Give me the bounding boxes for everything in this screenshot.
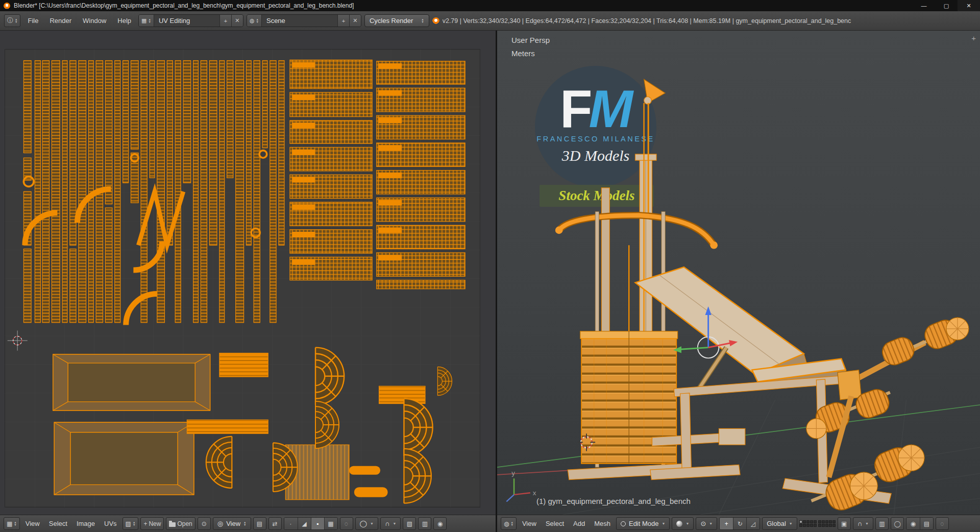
plus-icon: + — [143, 520, 147, 527]
manipulator-rotate-button[interactable]: ↻ — [733, 518, 746, 529]
uv-menu-image[interactable]: Image — [73, 518, 99, 529]
minimize-button[interactable]: — — [913, 0, 935, 11]
opengl-render-anim-button[interactable]: ▤ — [920, 518, 933, 529]
pixel-snap-button[interactable]: ▤ — [253, 517, 266, 530]
uv-menu-uvs[interactable]: UVs — [101, 518, 120, 529]
render-still-icon: ◉ — [911, 520, 916, 527]
gym-equipment-model-graphic: y x — [497, 31, 980, 515]
editor-type-uv-button[interactable]: ▦ ▲▼ — [4, 517, 20, 530]
layers-grid-1[interactable] — [799, 520, 817, 527]
image-new-button[interactable]: + New — [140, 517, 164, 530]
snap-element-button[interactable]: ▥ — [875, 517, 889, 530]
viewport-3d-canvas[interactable]: FM FRANCESCO MILANESE 3D Models Stock Mo… — [497, 31, 980, 515]
screen-layout-selector: ▦ ▲▼ UV Editing + ✕ — [138, 14, 243, 27]
menu-file[interactable]: File — [23, 15, 42, 26]
manipulator-scale-button[interactable]: ◿ — [746, 518, 760, 529]
close-icon: ✕ — [235, 17, 239, 24]
menu-render[interactable]: Render — [45, 15, 76, 26]
menu-help[interactable]: Help — [113, 15, 135, 26]
uv-select-edge-button[interactable]: ◢ — [298, 518, 311, 529]
render-icon: ◉ — [437, 520, 443, 527]
editor-type-info-button[interactable]: ⓘ ▲▼ — [4, 14, 20, 27]
uv-menu-view[interactable]: View — [22, 518, 43, 529]
sticky-selection-button[interactable]: ◌ — [340, 517, 353, 530]
scene-browse-button[interactable]: ◍ ▲▼ — [247, 15, 262, 27]
dropdown-arrows-icon: ▲▼ — [243, 521, 246, 526]
scene-delete-button[interactable]: ✕ — [349, 15, 361, 27]
sync-selection-button[interactable]: ⇄ — [268, 517, 282, 530]
uv-editor-canvas[interactable] — [0, 31, 496, 515]
magnet-icon: ∩ — [857, 520, 862, 527]
weight-stack — [568, 331, 688, 480]
close-button[interactable]: ✕ — [958, 0, 980, 11]
transform-orientation-dropdown[interactable]: Global ▼ — [762, 517, 797, 530]
lock-to-scene-button[interactable]: ▣ — [838, 517, 851, 530]
scale-icon: ◿ — [751, 520, 755, 527]
layers-widget[interactable] — [799, 520, 836, 527]
image-browse-button[interactable]: ▨ ▲▼ — [122, 517, 139, 530]
proportional-icon: ◯ — [360, 520, 368, 527]
proportional-edit-dropdown[interactable]: ◯ ▼ — [355, 517, 379, 530]
display-channel-dropdown[interactable]: ◎ View ▲▼ — [213, 517, 251, 530]
scene-name-field[interactable]: Scene — [262, 15, 337, 27]
info-icon: ⓘ — [7, 16, 13, 25]
sticky-icon: ◌ — [345, 520, 348, 527]
manipulator-group: + ↻ ◿ — [719, 517, 760, 530]
svg-text:x: x — [533, 489, 536, 497]
uv-menu-select[interactable]: Select — [45, 518, 71, 529]
viewport-shading-dropdown[interactable]: ▼ — [672, 517, 694, 530]
uv-editor: ▦ ▲▼ View Select Image UVs ▨ ▲▼ + New Op… — [0, 31, 496, 532]
uv-block-islands-col2 — [377, 61, 465, 289]
image-open-button[interactable]: Open — [166, 517, 195, 530]
image-pin-button[interactable]: ⊙ — [198, 517, 211, 530]
v3d-menu-select[interactable]: Select — [542, 518, 568, 529]
uv-snap-dropdown[interactable]: ∩ ▼ — [380, 517, 401, 530]
scene-add-button[interactable]: + — [337, 15, 349, 27]
lat-pulldown-bar — [555, 215, 718, 249]
uv-stretch-display-button[interactable]: ▧ — [403, 517, 416, 530]
magnet-icon: ∩ — [385, 520, 389, 527]
region-expand-icon[interactable]: + — [971, 34, 976, 42]
uv-block-islands-col1 — [290, 60, 372, 280]
uv-other-object-button[interactable]: ▥ — [418, 517, 431, 530]
layers-grid-2[interactable] — [818, 520, 836, 527]
screen-layout-add-button[interactable]: + — [219, 15, 231, 27]
island-icon: ▦ — [328, 520, 333, 527]
editor-type-3d-button[interactable]: ◍ ▲▼ — [501, 517, 517, 530]
pixel-grid-icon: ▤ — [257, 520, 262, 527]
occlude-geometry-button[interactable]: ◌ — [936, 517, 949, 530]
interaction-mode-dropdown[interactable]: Edit Mode ▼ — [616, 517, 670, 530]
uv-select-mode-group: ∙ ◢ ▪ ▦ — [284, 517, 338, 530]
snap-dropdown[interactable]: ∩ ▼ — [853, 517, 873, 530]
v3d-menu-view[interactable]: View — [519, 518, 540, 529]
opengl-render-still-button[interactable]: ◉ — [906, 518, 920, 529]
pivot-center-dropdown[interactable]: ⊙ ▼ — [696, 517, 717, 530]
blender-version-icon — [432, 17, 439, 25]
lock-icon: ▣ — [841, 520, 847, 527]
translate-icon: + — [725, 520, 728, 527]
render-engine-selector[interactable]: Cycles Render ▲▼ — [364, 14, 429, 27]
image-icon: ▨ — [126, 520, 131, 527]
uv-islands-graphic — [0, 31, 496, 515]
screen-layout-field[interactable]: UV Editing — [154, 15, 219, 27]
blender-window: Blender* [C:\Users\franc\Desktop\gym_equ… — [0, 0, 980, 532]
maximize-button[interactable]: ▢ — [935, 0, 958, 11]
v3d-menu-mesh[interactable]: Mesh — [591, 518, 614, 529]
proportional-edit-button[interactable]: ◯ — [891, 517, 904, 530]
screen-layout-delete-button[interactable]: ✕ — [231, 15, 243, 27]
v3d-menu-add[interactable]: Add — [570, 518, 589, 529]
editor-switch-arrows-icon: ▲▼ — [510, 521, 513, 526]
manipulator-translate-button[interactable]: + — [720, 518, 733, 529]
menu-window[interactable]: Window — [79, 15, 110, 26]
uv-frame-island-1 — [53, 354, 210, 410]
uv-select-vertex-button[interactable]: ∙ — [284, 518, 298, 529]
screen-layout-browse-button[interactable]: ▦ ▲▼ — [139, 15, 154, 27]
uv-select-face-button[interactable]: ▪ — [311, 518, 324, 529]
blender-logo-icon — [4, 3, 10, 9]
viewport-3d-editor: FM FRANCESCO MILANESE 3D Models Stock Mo… — [497, 31, 980, 532]
uv-render-size-button[interactable]: ◉ — [433, 517, 447, 530]
scene-selector: ◍ ▲▼ Scene + ✕ — [247, 14, 361, 27]
uv-frame-island-2 — [54, 422, 194, 495]
pivot-icon: ⊙ — [700, 520, 706, 527]
uv-select-island-button[interactable]: ▦ — [324, 518, 337, 529]
